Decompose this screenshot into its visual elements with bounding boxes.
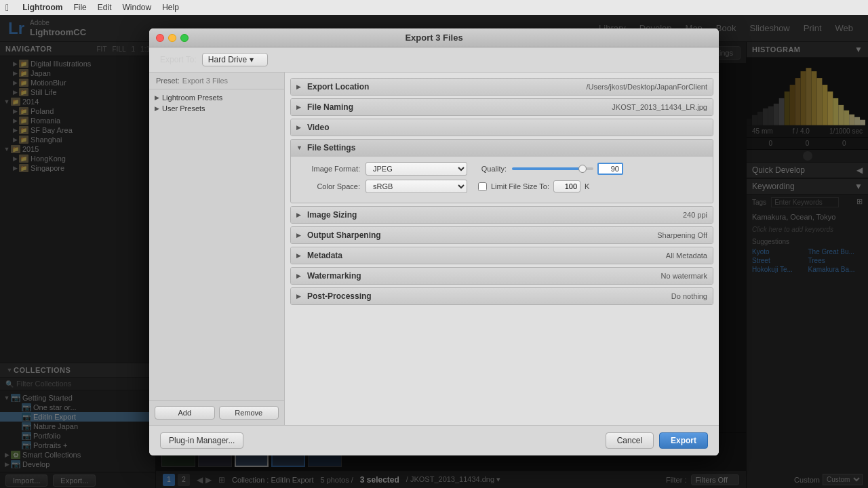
image-format-label: Image Format: [299, 165, 360, 173]
export-to-dropdown[interactable]: Hard Drive ▾ [202, 53, 268, 66]
menu-bar:  Lightroom File Edit Window Help [0, 0, 868, 15]
dialog-maximize-button[interactable] [180, 34, 189, 42]
limit-file-size-label: Limit File Size To: [491, 182, 549, 190]
presets-list: ▶ Lightroom Presets ▶ User Presets [149, 89, 284, 400]
section-file-settings-header[interactable]: ▼ File Settings [291, 140, 713, 156]
section-toggle-icon: ▶ [296, 252, 303, 259]
export-dialog: Export 3 Files Export To: Hard Drive ▾ P… [149, 28, 719, 455]
export-to-chevron: ▾ [250, 55, 254, 64]
section-output-sharpening-value: Sharpening Off [657, 231, 707, 239]
limit-file-size-input[interactable]: 100 [553, 180, 580, 192]
section-video-label: Video [307, 123, 707, 132]
color-space-label: Color Space: [299, 182, 360, 190]
menu-help[interactable]: Help [162, 3, 179, 12]
export-confirm-button[interactable]: Export [659, 432, 708, 449]
section-metadata-label: Metadata [307, 251, 666, 260]
settings-panel: ▶ Export Location /Users/jkost/Desktop/J… [285, 73, 719, 425]
preset-arrow: ▶ [155, 94, 159, 101]
modal-overlay: Export 3 Files Export To: Hard Drive ▾ P… [0, 15, 868, 488]
section-file-naming-value: JKOST_2013_11434_LR.jpg [612, 103, 707, 111]
quality-slider[interactable] [512, 167, 593, 170]
section-file-settings-label: File Settings [307, 143, 707, 152]
section-video: ▶ Video [290, 119, 713, 136]
export-files-label: Export 3 Files [182, 77, 228, 85]
section-image-sizing-header[interactable]: ▶ Image Sizing 240 ppi [291, 207, 713, 223]
export-to-bar: Export To: Hard Drive ▾ [149, 47, 719, 73]
image-format-select[interactable]: JPEG TIFF PSD DNG Original [366, 162, 467, 176]
quality-slider-row: 90 [512, 163, 623, 175]
menu-window[interactable]: Window [122, 3, 151, 12]
dialog-minimize-button[interactable] [168, 34, 176, 42]
section-image-sizing-label: Image Sizing [307, 210, 683, 220]
preset-arrow: ▶ [155, 105, 159, 112]
presets-panel: Preset: Export 3 Files ▶ Lightroom Prese… [149, 73, 285, 425]
presets-top-bar: Preset: Export 3 Files [149, 73, 284, 89]
limit-file-size-row: Limit File Size To: 100 K [478, 180, 589, 192]
image-format-row: Image Format: JPEG TIFF PSD DNG Original… [299, 162, 705, 176]
section-metadata-header[interactable]: ▶ Metadata All Metadata [291, 247, 713, 264]
remove-preset-button[interactable]: Remove [219, 406, 279, 420]
section-image-sizing-value: 240 ppi [683, 211, 707, 219]
main-layout: Lr Adobe LightroomCC Library Develop Map… [0, 15, 868, 488]
cancel-button[interactable]: Cancel [606, 432, 654, 449]
section-post-processing-header[interactable]: ▶ Post-Processing Do nothing [291, 288, 713, 304]
section-toggle-icon: ▶ [296, 124, 303, 131]
dialog-footer: Plug-in Manager... Cancel Export [149, 425, 719, 455]
section-toggle-icon: ▼ [296, 144, 303, 151]
section-output-sharpening-header[interactable]: ▶ Output Sharpening Sharpening Off [291, 227, 713, 243]
section-toggle-icon: ▶ [296, 293, 303, 300]
k-label: K [585, 182, 589, 190]
preset-user-label: User Presets [162, 104, 205, 113]
dialog-traffic-lights [156, 34, 189, 42]
section-post-processing-label: Post-Processing [307, 291, 671, 301]
section-toggle-icon: ▶ [296, 83, 303, 90]
section-toggle-icon: ▶ [296, 232, 303, 239]
preset-label: Preset: [156, 77, 180, 85]
menu-edit[interactable]: Edit [98, 3, 112, 12]
section-file-settings-body: Image Format: JPEG TIFF PSD DNG Original… [291, 156, 713, 203]
section-file-settings: ▼ File Settings Image Format: JPEG TIFF … [290, 139, 713, 203]
dialog-title: Export 3 Files [405, 33, 462, 43]
preset-lightroom-label: Lightroom Presets [162, 94, 222, 102]
section-export-location-value: /Users/jkost/Desktop/JapanForClient [586, 83, 707, 91]
presets-bottom: Add Remove [149, 400, 284, 425]
section-export-location: ▶ Export Location /Users/jkost/Desktop/J… [290, 78, 713, 96]
preset-lightroom[interactable]: ▶ Lightroom Presets [149, 92, 284, 103]
section-watermarking-label: Watermarking [307, 271, 661, 281]
dialog-title-bar: Export 3 Files [149, 28, 719, 47]
quality-input[interactable]: 90 [597, 163, 623, 175]
plugin-manager-button[interactable]: Plug-in Manager... [160, 432, 243, 449]
export-to-label: Export To: [160, 55, 197, 64]
export-to-value: Hard Drive [208, 55, 247, 64]
color-space-select[interactable]: sRGB AdobeRGB ProPhoto RGB [366, 180, 467, 193]
section-watermarking-header[interactable]: ▶ Watermarking No watermark [291, 268, 713, 284]
dialog-body: Preset: Export 3 Files ▶ Lightroom Prese… [149, 73, 719, 425]
apple-menu[interactable]:  [5, 2, 9, 13]
menu-file[interactable]: File [73, 3, 86, 12]
section-video-header[interactable]: ▶ Video [291, 119, 713, 136]
section-toggle-icon: ▶ [296, 272, 303, 279]
section-output-sharpening-label: Output Sharpening [307, 230, 657, 240]
section-file-naming-label: File Naming [307, 102, 612, 112]
section-post-processing-value: Do nothing [671, 292, 707, 300]
limit-file-size-checkbox[interactable] [478, 182, 487, 191]
section-export-location-header[interactable]: ▶ Export Location /Users/jkost/Desktop/J… [291, 79, 713, 95]
dialog-close-button[interactable] [156, 34, 164, 42]
section-toggle-icon: ▶ [296, 104, 303, 110]
dialog-actions: Cancel Export [606, 432, 708, 449]
section-toggle-icon: ▶ [296, 211, 303, 218]
preset-user[interactable]: ▶ User Presets [149, 103, 284, 114]
section-export-location-label: Export Location [307, 82, 586, 92]
add-preset-button[interactable]: Add [155, 406, 215, 420]
menu-lightroom[interactable]: Lightroom [22, 3, 62, 12]
section-watermarking: ▶ Watermarking No watermark [290, 267, 713, 285]
section-metadata: ▶ Metadata All Metadata [290, 247, 713, 264]
section-image-sizing: ▶ Image Sizing 240 ppi [290, 206, 713, 224]
section-file-naming-header[interactable]: ▶ File Naming JKOST_2013_11434_LR.jpg [291, 99, 713, 115]
section-file-naming: ▶ File Naming JKOST_2013_11434_LR.jpg [290, 98, 713, 116]
section-post-processing: ▶ Post-Processing Do nothing [290, 287, 713, 305]
quality-label: Quality: [473, 165, 507, 173]
color-space-row: Color Space: sRGB AdobeRGB ProPhoto RGB … [299, 180, 705, 193]
quality-thumb[interactable] [578, 165, 587, 173]
section-output-sharpening: ▶ Output Sharpening Sharpening Off [290, 226, 713, 244]
